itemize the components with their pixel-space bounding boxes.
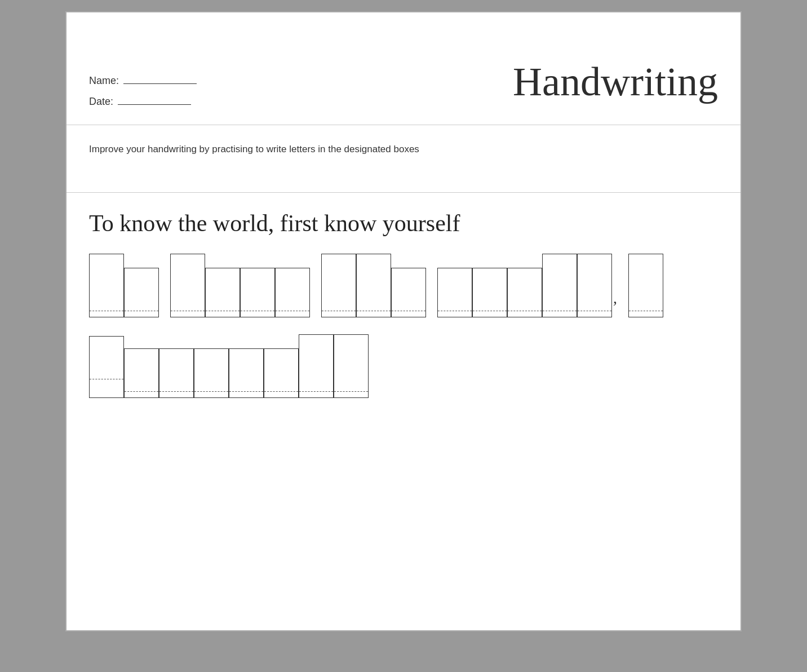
word-the	[321, 254, 426, 317]
letter-e1	[391, 268, 426, 317]
practice-section: To know the world, first know yourself	[66, 193, 741, 421]
sentence-title: To know the world, first know yourself	[89, 210, 718, 237]
letter-h1	[356, 254, 391, 317]
name-line	[123, 83, 197, 84]
instructions-text: Improve your handwriting by practising t…	[89, 142, 718, 157]
letter-o4	[124, 348, 159, 398]
letter-d1	[577, 254, 612, 317]
letter-t1	[321, 254, 356, 317]
header-left: Name: Date:	[89, 75, 197, 108]
letter-w2	[437, 268, 472, 317]
word-To	[89, 254, 159, 317]
letter-n1	[205, 268, 240, 317]
page: Name: Date: Handwriting Improve your han…	[65, 11, 742, 631]
word-know1	[170, 254, 310, 317]
letter-row-2	[89, 334, 718, 398]
letter-l2	[299, 334, 334, 398]
date-field: Date:	[89, 96, 197, 108]
letter-T	[89, 254, 124, 317]
letter-f2	[334, 334, 369, 398]
letter-o2	[240, 268, 275, 317]
header-section: Name: Date: Handwriting	[66, 12, 741, 125]
date-line	[118, 104, 191, 105]
word-first-partial	[628, 254, 663, 317]
letter-k1	[170, 254, 205, 317]
letter-y1	[89, 336, 124, 398]
word-yourself	[89, 334, 369, 398]
letter-r2	[194, 348, 229, 398]
letter-s1	[229, 348, 264, 398]
letter-f1	[628, 254, 663, 317]
instructions-section: Improve your handwriting by practising t…	[66, 125, 741, 193]
letter-u1	[159, 348, 194, 398]
letter-e2	[264, 348, 299, 398]
page-title: Handwriting	[513, 61, 718, 108]
word-world: ,	[437, 254, 617, 317]
letter-l1	[542, 254, 577, 317]
name-field: Name:	[89, 75, 197, 87]
letter-o3	[472, 268, 507, 317]
comma-1: ,	[613, 289, 617, 307]
letter-w1	[275, 268, 310, 317]
letter-row-1: ,	[89, 254, 718, 317]
letter-o1	[124, 268, 159, 317]
date-label: Date:	[89, 96, 113, 107]
letter-r1	[507, 268, 542, 317]
name-label: Name:	[89, 75, 119, 86]
